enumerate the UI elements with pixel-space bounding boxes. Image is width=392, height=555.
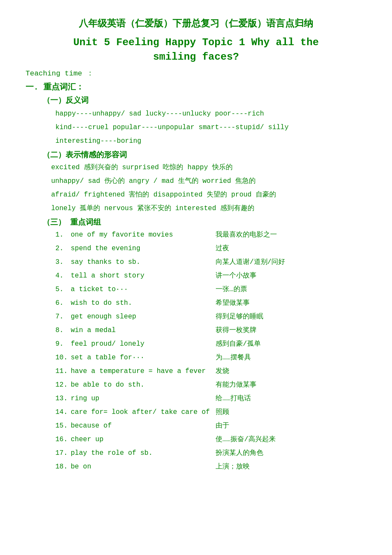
vocab-en-1: one of my favorite movies (71, 228, 216, 242)
vocab-en-3: say thanks to sb. (71, 255, 216, 269)
vocab-en-6: wish to do sth. (71, 296, 216, 310)
vocab-row-2: 2.spend the evening过夜 (26, 242, 366, 255)
vocab-zh-18: 上演；放映 (216, 460, 366, 474)
vocab-num-1: 1. (55, 228, 71, 242)
vocab-zh-16: 使……振奋/高兴起来 (216, 433, 366, 446)
vocab-zh-8: 获得一枚奖牌 (216, 324, 366, 337)
vocab-num-6: 6. (55, 296, 71, 310)
vocab-en-8: win a medal (71, 324, 216, 337)
vocab-row-14: 14.care for= look after/ take care of照顾 (26, 405, 366, 419)
vocab-row-12: 12.be able to do sth.有能力做某事 (26, 378, 366, 392)
vocab-row-8: 8.win a medal获得一枚奖牌 (26, 324, 366, 337)
antonyms-line1: happy----unhappy/ sad lucky----unlucky p… (26, 107, 366, 121)
vocab-num-13: 13. (55, 392, 71, 405)
vocab-num-7: 7. (55, 310, 71, 324)
vocab-zh-1: 我最喜欢的电影之一 (216, 228, 366, 242)
vocab-num-14: 14. (55, 405, 71, 419)
emotions-line2: unhappy/ sad 伤心的 angry / mad 生气的 worried… (26, 174, 366, 188)
vocab-zh-3: 向某人道谢/道别/问好 (216, 255, 366, 269)
vocab-zh-6: 希望做某事 (216, 296, 366, 310)
vocab-row-7: 7.get enough sleep得到足够的睡眠 (26, 310, 366, 324)
sub2-label: （二）表示情感的形容词 (26, 150, 366, 160)
vocab-zh-15: 由于 (216, 419, 366, 433)
vocab-en-18: be on (71, 460, 216, 474)
vocab-num-3: 3. (55, 255, 71, 269)
teaching-time: Teaching time ： (26, 68, 366, 78)
emotions-line4: lonely 孤单的 nervous 紧张不安的 interested 感到有趣… (26, 202, 366, 215)
vocab-row-9: 9.feel proud/ lonely感到自豪/孤单 (26, 337, 366, 351)
vocab-en-17: play the role of sb. (71, 446, 216, 460)
vocab-zh-4: 讲一个小故事 (216, 269, 366, 283)
vocab-en-11: have a temperature = have a fever (71, 364, 216, 378)
vocab-row-4: 4.tell a short story讲一个小故事 (26, 269, 366, 283)
page-container: 八年级英语（仁爱版）下册总复习（仁爱版）语言点归纳 Unit 5 Feeling… (26, 17, 366, 474)
vocab-zh-12: 有能力做某事 (216, 378, 366, 392)
vocab-num-5: 5. (55, 283, 71, 296)
sub3-label: （三） 重点词组 (26, 217, 366, 227)
vocab-en-5: a ticket to··· (71, 283, 216, 296)
antonyms-line2: kind----cruel popular----unpopular smart… (26, 121, 366, 134)
vocab-en-15: because of (71, 419, 216, 433)
vocab-row-5: 5.a ticket to···一张…的票 (26, 283, 366, 296)
vocab-en-12: be able to do sth. (71, 378, 216, 392)
vocab-row-17: 17.play the role of sb.扮演某人的角色 (26, 446, 366, 460)
vocab-num-17: 17. (55, 446, 71, 460)
page-title: 八年级英语（仁爱版）下册总复习（仁爱版）语言点归纳 (26, 17, 366, 31)
vocab-en-4: tell a short story (71, 269, 216, 283)
vocab-en-16: cheer up (71, 433, 216, 446)
vocab-zh-5: 一张…的票 (216, 283, 366, 296)
vocab-row-18: 18.be on上演；放映 (26, 460, 366, 474)
vocab-zh-11: 发烧 (216, 364, 366, 378)
vocab-zh-13: 给……打电话 (216, 392, 366, 405)
vocab-num-9: 9. (55, 337, 71, 351)
vocab-zh-14: 照顾 (216, 405, 366, 419)
vocab-en-13: ring up (71, 392, 216, 405)
vocab-row-1: 1.one of my favorite movies我最喜欢的电影之一 (26, 228, 366, 242)
vocab-zh-10: 为……摆餐具 (216, 351, 366, 364)
vocab-row-13: 13.ring up给……打电话 (26, 392, 366, 405)
vocab-en-14: care for= look after/ take care of (71, 405, 216, 419)
vocab-num-12: 12. (55, 378, 71, 392)
unit-title-line2: smiling faces? (26, 50, 366, 64)
vocab-zh-9: 感到自豪/孤单 (216, 337, 366, 351)
vocab-row-16: 16.cheer up使……振奋/高兴起来 (26, 433, 366, 446)
vocab-row-10: 10.set a table for···为……摆餐具 (26, 351, 366, 364)
vocab-row-6: 6.wish to do sth.希望做某事 (26, 296, 366, 310)
vocab-row-11: 11.have a temperature = have a fever发烧 (26, 364, 366, 378)
section1-heading: 一. 重点词汇： (26, 81, 366, 92)
unit-title: Unit 5 Feeling Happy Topic 1 Why all the… (26, 35, 366, 64)
vocab-zh-17: 扮演某人的角色 (216, 446, 366, 460)
emotions-line3: afraid/ frightened 害怕的 disappointed 失望的 … (26, 188, 366, 202)
unit-title-line1: Unit 5 Feeling Happy Topic 1 Why all the (26, 35, 366, 50)
vocab-en-7: get enough sleep (71, 310, 216, 324)
vocab-en-9: feel proud/ lonely (71, 337, 216, 351)
vocab-list: 1.one of my favorite movies我最喜欢的电影之一2.sp… (26, 228, 366, 474)
emotions-line1: excited 感到兴奋的 surprised 吃惊的 happy 快乐的 (26, 161, 366, 174)
antonyms-line3: interesting----boring (26, 134, 366, 148)
vocab-num-8: 8. (55, 324, 71, 337)
sub1-label: （一）反义词 (26, 95, 366, 105)
vocab-row-15: 15.because of由于 (26, 419, 366, 433)
vocab-num-10: 10. (55, 351, 71, 364)
vocab-zh-2: 过夜 (216, 242, 366, 255)
vocab-num-2: 2. (55, 242, 71, 255)
vocab-zh-7: 得到足够的睡眠 (216, 310, 366, 324)
vocab-en-2: spend the evening (71, 242, 216, 255)
vocab-num-4: 4. (55, 269, 71, 283)
vocab-num-11: 11. (55, 364, 71, 378)
vocab-num-15: 15. (55, 419, 71, 433)
vocab-en-10: set a table for··· (71, 351, 216, 364)
vocab-num-16: 16. (55, 433, 71, 446)
vocab-num-18: 18. (55, 460, 71, 474)
vocab-row-3: 3.say thanks to sb.向某人道谢/道别/问好 (26, 255, 366, 269)
